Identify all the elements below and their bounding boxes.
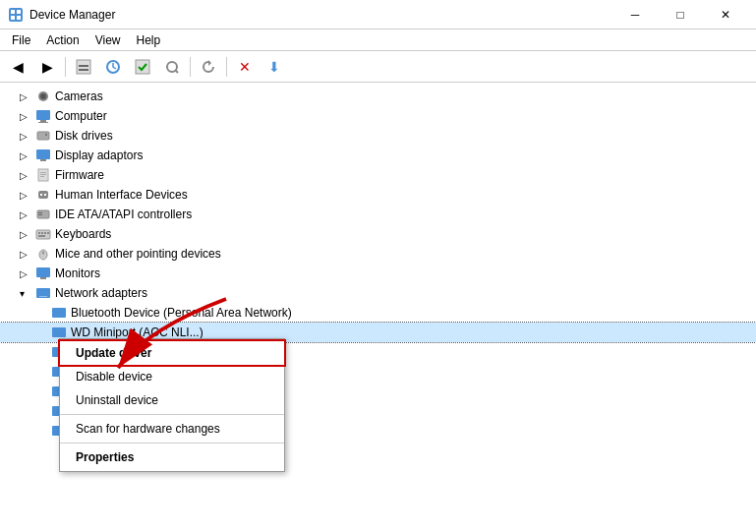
svg-rect-6 xyxy=(79,65,88,67)
context-menu-separator-2 xyxy=(60,443,284,443)
human-interface-label: Human Interface Devices xyxy=(55,188,188,202)
svg-rect-19 xyxy=(40,159,46,161)
menu-action[interactable]: Action xyxy=(38,31,87,49)
computer-label: Computer xyxy=(55,109,107,123)
context-menu-properties[interactable]: Properties xyxy=(60,445,284,469)
svg-rect-42 xyxy=(39,296,47,297)
tree-item-disk-drives[interactable]: ▷ Disk drives xyxy=(0,126,756,146)
svg-rect-22 xyxy=(40,174,46,175)
app-title: Device Manager xyxy=(29,8,115,22)
context-menu-uninstall[interactable]: Uninstall device xyxy=(60,388,284,412)
menu-view[interactable]: View xyxy=(87,31,129,49)
display-label: Display adaptors xyxy=(55,148,143,162)
tree-item-human-interface[interactable]: ▷ Human Interface Devices xyxy=(0,185,756,205)
cameras-label: Cameras xyxy=(55,89,103,103)
title-bar: Device Manager ─ □ ✕ xyxy=(0,0,756,30)
svg-rect-3 xyxy=(11,16,15,20)
tree-item-monitors[interactable]: ▷ Monitors xyxy=(0,264,756,283)
svg-rect-31 xyxy=(38,232,40,234)
menu-bar: File Action View Help xyxy=(0,30,756,51)
bluetooth-label: Bluetooth Device (Personal Area Network) xyxy=(71,306,292,320)
svg-rect-32 xyxy=(41,232,43,234)
toolbar-remove[interactable]: ✕ xyxy=(231,54,259,80)
toolbar-scan[interactable] xyxy=(158,54,186,80)
context-menu-update-driver[interactable]: Update driver xyxy=(60,341,284,365)
svg-rect-24 xyxy=(38,191,48,199)
tree-item-computer[interactable]: ▷ Computer xyxy=(0,106,756,126)
maximize-button[interactable]: □ xyxy=(658,0,703,30)
svg-rect-43 xyxy=(52,308,66,318)
svg-rect-26 xyxy=(44,194,46,196)
svg-rect-16 xyxy=(37,132,49,140)
close-button[interactable]: ✕ xyxy=(703,0,748,30)
svg-rect-30 xyxy=(36,230,50,239)
minimize-button[interactable]: ─ xyxy=(612,0,658,30)
svg-rect-28 xyxy=(38,212,42,213)
tree-item-cameras[interactable]: ▷ Cameras xyxy=(0,87,756,106)
svg-rect-44 xyxy=(52,327,66,337)
svg-rect-35 xyxy=(38,235,45,237)
tree-item-mice[interactable]: ▷ Mice and other pointing devices xyxy=(0,244,756,264)
svg-rect-18 xyxy=(36,149,50,159)
keyboards-label: Keyboards xyxy=(55,227,111,241)
firmware-label: Firmware xyxy=(55,168,104,182)
context-target-label: WD Miniport (ACC NLI...) xyxy=(71,325,204,339)
tree-item-bluetooth[interactable]: ▷ Bluetooth Device (Personal Area Networ… xyxy=(0,303,756,323)
mice-label: Mice and other pointing devices xyxy=(55,247,221,261)
tree-item-firmware[interactable]: ▷ Firmware xyxy=(0,165,756,185)
toolbar-update-driver[interactable] xyxy=(99,54,127,80)
svg-rect-34 xyxy=(47,232,49,234)
ide-label: IDE ATA/ATAPI controllers xyxy=(55,207,192,221)
toolbar: ◀ ▶ ✕ ⬇ xyxy=(0,51,756,83)
app-icon xyxy=(8,7,24,23)
menu-file[interactable]: File xyxy=(4,31,38,49)
monitors-label: Monitors xyxy=(55,266,100,280)
svg-rect-15 xyxy=(38,122,48,123)
tree-item-network[interactable]: ▾ Network adapters xyxy=(0,283,756,303)
disk-drives-label: Disk drives xyxy=(55,129,113,143)
menu-help[interactable]: Help xyxy=(129,31,169,49)
toolbar-enable[interactable] xyxy=(129,54,156,80)
svg-rect-39 xyxy=(36,267,50,277)
tree-item-ide[interactable]: ▷ IDE ATA/ATAPI controllers xyxy=(0,205,756,224)
svg-rect-2 xyxy=(17,10,21,14)
context-menu-scan[interactable]: Scan for hardware changes xyxy=(60,417,284,441)
svg-rect-33 xyxy=(44,232,46,234)
svg-rect-4 xyxy=(17,16,21,20)
toolbar-install[interactable]: ⬇ xyxy=(261,54,288,80)
svg-rect-14 xyxy=(40,120,46,122)
context-menu-disable[interactable]: Disable device xyxy=(60,365,284,388)
svg-rect-1 xyxy=(11,10,15,14)
svg-rect-13 xyxy=(36,110,50,120)
svg-point-38 xyxy=(42,252,44,254)
tree-item-display[interactable]: ▷ Display adaptors xyxy=(0,146,756,165)
tree-item-keyboards[interactable]: ▷ Keyboards xyxy=(0,224,756,244)
svg-rect-23 xyxy=(40,176,44,177)
context-menu-separator-1 xyxy=(60,414,284,415)
context-menu: Update driver Disable device Uninstall d… xyxy=(59,338,285,472)
svg-rect-25 xyxy=(40,194,42,196)
toolbar-back[interactable]: ◀ xyxy=(4,54,31,80)
svg-rect-9 xyxy=(136,60,149,74)
network-label: Network adapters xyxy=(55,286,147,300)
svg-rect-29 xyxy=(38,214,42,215)
toolbar-forward[interactable]: ▶ xyxy=(33,54,61,80)
svg-rect-21 xyxy=(40,172,46,173)
svg-point-12 xyxy=(40,93,46,99)
main-content: ▷ Cameras ▷ Computer ▷ Disk drives ▷ xyxy=(0,83,756,532)
svg-rect-17 xyxy=(45,134,47,136)
svg-rect-7 xyxy=(79,69,88,71)
svg-rect-40 xyxy=(40,277,46,279)
toolbar-refresh[interactable] xyxy=(195,54,222,80)
toolbar-properties[interactable] xyxy=(70,54,97,80)
